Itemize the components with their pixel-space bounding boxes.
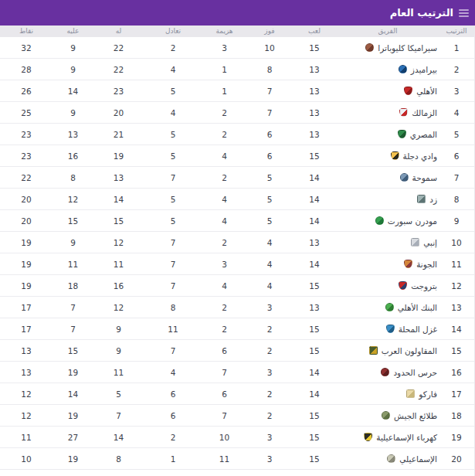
table-row[interactable]: 16 حرس الحدود 14 3 7 4 11 19 13 [0,362,474,383]
played-value: 15 [292,448,337,470]
team-logo-icon [386,325,395,333]
draw-value: 5 [144,210,202,232]
goals-against-value: 19 [53,362,93,383]
team-logo-icon [399,65,407,73]
draw-value: 6 [144,383,202,405]
table-row[interactable]: 9 مودرن سبورت 14 5 4 5 15 15 20 [0,210,474,232]
table-row[interactable]: 20 الإسماعيلي 15 3 11 1 8 19 10 [0,448,474,470]
team-name: مودرن سبورت [388,216,437,226]
team-logo-icon [404,87,412,95]
table-row[interactable]: 2 بيراميدز 13 8 1 4 22 9 28 [0,59,474,80]
team-cell: الجونة [337,253,439,275]
draw-value: 5 [144,189,202,210]
goals-for-value: 9 [93,318,144,340]
table-row[interactable]: 13 البنك الأهلي 13 3 2 8 12 7 17 [0,297,474,318]
goals-against-value: 19 [53,405,93,427]
win-value: 4 [247,275,292,297]
table-row[interactable]: 19 كهرباء الإسماعيلية 15 3 10 2 14 27 11 [0,427,474,448]
table-row[interactable]: 6 وادي دجلة 15 6 4 5 19 16 23 [0,145,474,167]
team-cell: سيراميكا كليوباترا [337,37,439,59]
team-name: كهرباء الإسماعيلية [376,433,437,442]
points-value: 19 [0,232,53,253]
win-value: 6 [247,145,292,167]
draw-value: 11 [144,318,202,340]
goals-for-value: 22 [93,37,144,59]
table-row[interactable]: 4 الزمالك 13 7 2 4 20 9 25 [0,102,474,124]
goals-against-value: 22 [53,470,93,476]
team-logo-icon [398,130,406,138]
table-row[interactable]: 21 الاتحاد السكندري 14 2 10 2 9 22 8 [0,470,474,476]
table-row[interactable]: 7 سموحة 14 5 2 7 13 8 22 [0,167,474,189]
team-logo-icon [381,368,389,376]
win-value: 5 [247,210,292,232]
win-value: 2 [247,470,292,476]
column-header: تعادل [144,26,202,37]
table-row[interactable]: 8 زد 14 5 4 5 14 12 20 [0,189,474,210]
draw-value: 8 [144,297,202,318]
team-name: طلائع الجيش [394,411,437,420]
rank-value: 21 [439,470,474,476]
points-value: 32 [0,37,53,59]
goals-for-value: 8 [93,448,144,470]
table-row[interactable]: 1 سيراميكا كليوباترا 15 10 3 2 22 9 32 [0,37,474,59]
table-row[interactable]: 11 الجونة 14 4 3 7 11 11 19 [0,253,474,275]
goals-against-value: 9 [53,59,93,80]
table-row[interactable]: 15 المقاولون العرب 15 2 6 7 9 15 13 [0,340,474,362]
loss-value: 2 [202,102,247,124]
draw-value: 4 [144,362,202,383]
rank-value: 8 [439,189,474,210]
column-header: الترتيب [439,26,474,37]
column-header: الفريق [337,26,439,37]
team-cell: وادي دجلة [337,145,439,167]
table-row[interactable]: 17 فاركو 14 2 6 6 5 14 12 [0,383,474,405]
rank-value: 15 [439,340,474,362]
goals-for-value: 23 [93,80,144,102]
win-value: 4 [247,232,292,253]
table-row[interactable]: 12 بتروجت 15 4 4 7 16 18 19 [0,275,474,297]
table-header-row: الترتيبالفريقلعبفوزهزيمةتعادللهعليهنقاط [0,26,474,37]
table-row[interactable]: 3 الأهلي 13 7 1 5 23 14 26 [0,80,474,102]
goals-for-value: 9 [93,340,144,362]
loss-value: 2 [202,167,247,189]
goals-for-value: 16 [93,275,144,297]
loss-value: 4 [202,275,247,297]
loss-value: 7 [202,362,247,383]
win-value: 4 [247,253,292,275]
team-logo-icon [411,238,419,246]
team-cell: زد [337,189,439,210]
column-header: فوز [247,26,292,37]
team-logo-icon [399,108,408,117]
table-row[interactable]: 10 إنبي 13 4 2 7 12 9 19 [0,232,474,253]
points-value: 23 [0,145,53,167]
team-cell: الإسماعيلي [337,448,439,470]
loss-value: 2 [202,297,247,318]
rank-value: 16 [439,362,474,383]
goals-for-value: 22 [93,59,144,80]
draw-value: 7 [144,167,202,189]
team-cell: فاركو [337,383,439,405]
goals-against-value: 12 [53,189,93,210]
points-value: 23 [0,124,53,145]
loss-value: 3 [202,253,247,275]
played-value: 15 [292,275,337,297]
rank-value: 9 [439,210,474,232]
played-value: 15 [292,37,337,59]
goals-against-value: 11 [53,253,93,275]
points-value: 26 [0,80,53,102]
team-logo-icon [417,195,426,203]
goals-for-value: 14 [93,189,144,210]
loss-value: 3 [202,37,247,59]
team-logo-icon [382,411,390,420]
goals-against-value: 9 [53,232,93,253]
table-row[interactable]: 5 المصري 13 6 2 5 21 13 23 [0,124,474,145]
played-value: 14 [292,167,337,189]
standings-table-container: الترتيبالفريقلعبفوزهزيمةتعادللهعليهنقاط … [0,26,475,476]
table-row[interactable]: 14 غزل المحلة 15 2 2 11 9 7 17 [0,318,474,340]
goals-against-value: 15 [53,210,93,232]
win-value: 3 [247,427,292,448]
menu-icon[interactable] [459,8,469,19]
team-name: فاركو [419,389,437,399]
team-name: الزمالك [412,108,437,117]
goals-against-value: 15 [53,340,93,362]
table-row[interactable]: 18 طلائع الجيش 15 2 7 6 7 19 12 [0,405,474,427]
